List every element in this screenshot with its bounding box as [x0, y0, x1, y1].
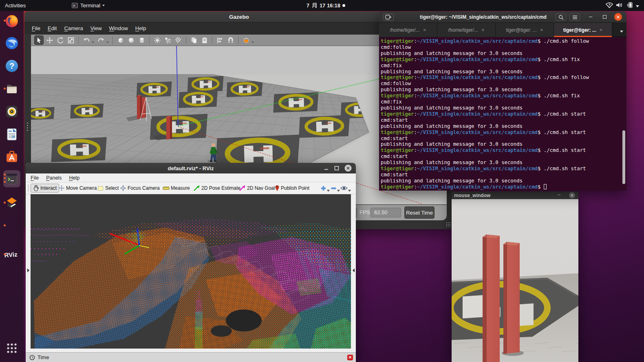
terminal-tab-1[interactable]: /home/tiger/...× [379, 23, 437, 37]
gazebo-tool-translate-icon[interactable] [45, 35, 54, 45]
gazebo-tool-sphere-icon[interactable] [126, 35, 136, 45]
gazebo-tool-point-light-icon[interactable] [152, 35, 162, 45]
rviz-tool-select[interactable]: Select [97, 184, 119, 193]
rviz-tool-move-camera[interactable]: Move Camera [58, 184, 97, 193]
gazebo-menu-help[interactable]: Help [132, 25, 150, 31]
dock-item-libreoffice-writer[interactable] [3, 126, 20, 143]
rviz-remove-tool-minus[interactable] [331, 184, 340, 193]
gazebo-resize-grip[interactable] [446, 222, 451, 227]
mouse-window-close-button[interactable]: ✕ [569, 192, 575, 198]
rviz-interaction-eye[interactable] [340, 184, 351, 193]
rviz-tool-measure[interactable]: Measure [163, 184, 190, 193]
dock-item-unknown-app[interactable] [3, 217, 20, 235]
gazebo-tool-select-arrow-icon[interactable] [34, 35, 44, 45]
gazebo-fps-label: FPS: [359, 209, 371, 215]
terminal-tab-list-dropdown[interactable] [620, 27, 623, 34]
terminal-maximize-button[interactable] [603, 15, 607, 19]
terminal-menu-button[interactable] [569, 13, 580, 21]
rviz-title-bar[interactable]: default.rviz* - RViz [26, 163, 356, 173]
terminal-tab-4[interactable]: tiger@tiger: ...× [554, 23, 612, 37]
tool-dropdown-caret-icon[interactable] [92, 42, 94, 43]
gazebo-tool-redo-icon[interactable] [96, 35, 106, 45]
gazebo-tool-spot-light-icon[interactable] [163, 35, 172, 45]
add-tool-plus-icon [320, 185, 326, 191]
rviz-menu-help[interactable]: Help [69, 175, 79, 181]
move-camera-icon [58, 185, 65, 191]
gazebo-menu-view[interactable]: View [87, 25, 106, 31]
rviz-tool-interact[interactable]: Interact [31, 184, 59, 193]
gazebo-tool-align-icon[interactable] [215, 35, 225, 45]
gazebo-tool-cylinder-icon[interactable] [137, 35, 146, 45]
writer-icon [5, 127, 19, 141]
rviz-menu-file[interactable]: File [31, 175, 39, 181]
gazebo-tool-scale-icon[interactable] [66, 35, 75, 45]
rviz-menu-bar: FilePanelsHelp [26, 173, 356, 182]
gazebo-tool-undo-icon[interactable] [82, 35, 91, 45]
tab-close-icon[interactable]: × [481, 27, 485, 33]
svg-text:?: ? [9, 61, 14, 70]
top-bar: Activities Terminal 7 17 16:18 ? [0, 0, 644, 11]
terminal-output[interactable]: tiger@tiger:~/VISIM_single/catkin_ws/src… [379, 37, 626, 191]
terminal-search-button[interactable] [556, 13, 566, 21]
gazebo-tool-directional-light-icon[interactable] [174, 35, 183, 45]
show-applications-button[interactable] [3, 340, 20, 357]
mouse-window-title-bar[interactable]: mouse_window – ✕ [452, 191, 578, 199]
dock-item-rhythmbox[interactable] [3, 103, 20, 120]
terminal-new-tab-button[interactable] [383, 13, 394, 21]
rviz-tool-2d-nav-goal[interactable]: 2D Nav Goal [239, 184, 275, 193]
terminal-tab-3[interactable]: tiger@tiger: ...× [496, 23, 554, 37]
rviz-add-tool-plus[interactable] [320, 184, 330, 193]
clock[interactable]: 7 17 16:18 [307, 0, 340, 11]
mouse-window: mouse_window – ✕ [452, 191, 578, 362]
dock-item-firefox[interactable] [3, 13, 20, 30]
dock-item-terminal[interactable] [3, 170, 20, 187]
rviz-close-button[interactable] [344, 165, 352, 172]
tool-dropdown-caret-icon[interactable] [251, 42, 254, 43]
terminal-scrollbar[interactable] [622, 130, 625, 184]
rviz-menu-panels[interactable]: Panels [46, 175, 62, 181]
rviz-displays-panel-toggle[interactable] [26, 267, 30, 274]
app-menu-terminal[interactable]: Terminal [72, 0, 105, 11]
rviz-time-panel-close-icon[interactable]: ✕ [347, 355, 353, 360]
dock-item-help[interactable]: ? [3, 57, 20, 75]
terminal-title: tiger@tiger: ~/VISIM_single/catkin_ws/sr… [420, 14, 547, 20]
rviz-tool-publish-point[interactable]: Publish Point [275, 184, 309, 193]
tab-close-icon[interactable]: × [600, 27, 603, 33]
rviz-maximize-button[interactable] [334, 166, 339, 171]
gazebo-menu-window[interactable]: Window [106, 25, 132, 31]
dock-item-thunderbird[interactable] [3, 35, 20, 52]
dock-item-rviz[interactable]: RViz [3, 246, 20, 263]
activities-button[interactable]: Activities [0, 0, 31, 11]
tab-close-icon[interactable]: × [540, 27, 543, 33]
gazebo-fps-value: 62.50 [371, 208, 401, 217]
gazebo-tool-view-angle-icon[interactable] [241, 35, 251, 45]
dock-item-gazebo[interactable] [3, 195, 20, 212]
gazebo-tool-snap-icon[interactable] [226, 35, 235, 45]
rviz-tool-2d-pose-estimate[interactable]: 2D Pose Estimate [193, 184, 240, 193]
terminal-header-bar[interactable]: tiger@tiger: ~/VISIM_single/catkin_ws/sr… [379, 11, 626, 23]
gazebo-menu-file[interactable]: File [28, 25, 44, 31]
chevron-down-icon [102, 5, 105, 7]
tab-close-icon[interactable]: × [423, 27, 426, 33]
gazebo-menu-edit[interactable]: Edit [44, 25, 60, 31]
tool-dropdown-caret-icon[interactable] [106, 42, 109, 43]
gazebo-tool-copy-icon[interactable] [189, 35, 198, 45]
dock-item-ubuntu-software[interactable] [3, 148, 20, 165]
rviz-tool-focus-camera[interactable]: Focus Camera [120, 184, 160, 193]
rviz-3d-viewport[interactable] [31, 194, 351, 349]
gazebo-tool-box-icon[interactable] [116, 35, 125, 45]
rviz-minimize-button[interactable] [324, 166, 329, 171]
gazebo-reset-time-button[interactable]: Reset Time [404, 206, 434, 219]
magenta-arrow-icon [239, 185, 246, 191]
dock-item-files[interactable] [3, 81, 20, 98]
system-tray[interactable]: ? [605, 0, 642, 11]
gazebo-tool-paste-icon[interactable] [200, 35, 209, 45]
gazebo-menu-camera[interactable]: Camera [60, 25, 86, 31]
terminal-tab-2[interactable]: /home/tiger/...× [437, 23, 496, 37]
terminal-minimize-button[interactable]: – [589, 13, 592, 20]
software-icon [5, 150, 19, 164]
gazebo-tool-rotate-icon[interactable] [55, 35, 65, 45]
mouse-window-minimize-button[interactable]: – [558, 192, 560, 197]
rviz-views-panel-toggle[interactable] [352, 267, 355, 274]
terminal-close-button[interactable]: ✕ [614, 13, 622, 21]
